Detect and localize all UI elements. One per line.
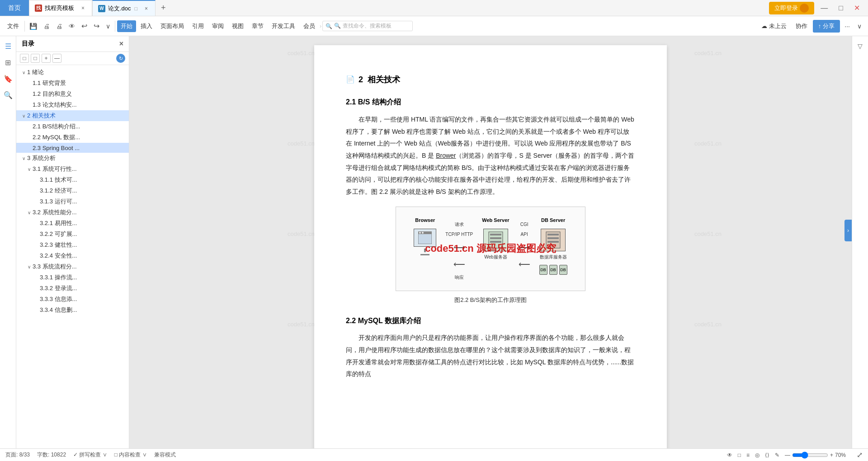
toc-item[interactable]: 1.1 研究背景	[16, 78, 129, 89]
toc-toggle-icon[interactable]	[33, 220, 40, 227]
tab-template-close[interactable]: ×	[80, 4, 86, 12]
toc-toggle-icon[interactable]	[33, 252, 40, 259]
toolbar-review[interactable]: 审阅	[208, 20, 227, 32]
toc-item[interactable]: 3.2.1 易用性...	[16, 218, 129, 229]
toolbar-redo[interactable]: ↪	[91, 20, 102, 32]
toc-toggle-icon[interactable]: ∨	[20, 155, 27, 162]
xml-mode-icon[interactable]: ⟨⟩	[765, 452, 769, 458]
toolbar-save[interactable]: 💾	[27, 21, 40, 32]
toc-item[interactable]: 3.2.4 安全性...	[16, 250, 129, 261]
toc-toggle-icon[interactable]	[33, 187, 40, 194]
toc-item[interactable]: 3.1.1 技术可...	[16, 174, 129, 185]
toc-toggle-icon[interactable]	[25, 90, 33, 98]
login-button[interactable]: 立即登录	[769, 2, 814, 14]
toc-item[interactable]: ∨3.3 系统流程分...	[16, 261, 129, 272]
sidebar-icon-nav[interactable]: ⊞	[2, 56, 14, 69]
toolbar-more-undo[interactable]: ∨	[103, 21, 113, 32]
web-mode-icon[interactable]: ◎	[755, 452, 760, 458]
tab-doc-close[interactable]: ×	[143, 5, 150, 13]
right-filter-icon[interactable]: ▽	[854, 40, 867, 52]
toc-toggle-icon[interactable]	[25, 144, 33, 151]
print-mode-icon[interactable]: □	[738, 452, 741, 458]
toolbar-print[interactable]: 🖨	[41, 21, 52, 32]
minimize-button[interactable]: —	[816, 2, 832, 14]
toc-ctrl-remove[interactable]: —	[52, 54, 61, 63]
toc-toggle-icon[interactable]	[33, 241, 40, 249]
toolbar-view[interactable]: 视图	[228, 20, 247, 32]
toc-item[interactable]: ∨3.2 系统性能分...	[16, 207, 129, 218]
toc-toggle-icon[interactable]: ∨	[20, 69, 27, 76]
toc-item[interactable]: 2.2 MySQL 数据...	[16, 132, 129, 143]
share-button[interactable]: ↑ 分享	[813, 20, 840, 33]
fullscreen-btn[interactable]: ⤢	[857, 451, 863, 459]
toc-toggle-icon[interactable]	[33, 285, 40, 292]
outline-icon[interactable]: ≡	[746, 452, 750, 458]
toolbar-file[interactable]: 文件	[4, 20, 23, 32]
toc-item[interactable]: ∨2 相关技术	[16, 110, 129, 121]
toc-item[interactable]: 3.2.2 可扩展...	[16, 229, 129, 240]
toc-item[interactable]: 3.3.4 信息删...	[16, 305, 129, 315]
toc-toggle-icon[interactable]	[33, 296, 40, 303]
toolbar-undo[interactable]: ↩	[79, 20, 90, 32]
zoom-in-btn[interactable]: +	[830, 452, 833, 458]
toolbar-insert[interactable]: 插入	[137, 20, 156, 32]
toc-sync-icon[interactable]: ↻	[116, 54, 125, 63]
annotate-icon[interactable]: ✎	[775, 452, 779, 458]
home-tab[interactable]: 首页	[0, 0, 29, 16]
restore-button[interactable]: □	[834, 2, 848, 14]
collab-button[interactable]: 协作	[792, 20, 811, 32]
toc-toggle-icon[interactable]	[25, 101, 33, 108]
spell-check[interactable]: ✓ 拼写检查 ∨	[73, 451, 107, 459]
sidebar-icon-search[interactable]: 🔍	[2, 89, 14, 101]
expand-button[interactable]: ›	[844, 220, 852, 241]
toc-item[interactable]: ∨1 绪论	[16, 67, 129, 78]
toc-item[interactable]: 3.1.3 运行可...	[16, 196, 129, 207]
toc-toggle-icon[interactable]: ∨	[25, 165, 33, 173]
toc-item[interactable]: 3.1.2 经济可...	[16, 185, 129, 196]
sidebar-icon-toc[interactable]: ☰	[2, 40, 14, 52]
toc-item[interactable]: 3.3.1 操作流...	[16, 272, 129, 283]
toc-item[interactable]: 2.3 Spring Boot ...	[16, 143, 129, 153]
toc-item[interactable]: ∨3 系统分析	[16, 153, 129, 164]
toc-item[interactable]: 3.3.2 登录流...	[16, 283, 129, 294]
toolbar-search[interactable]: 🔍 🔍 查找命令、搜索模板	[322, 21, 413, 31]
toolbar-print2[interactable]: 🖨	[53, 21, 65, 32]
sidebar-icon-bookmark[interactable]: 🔖	[2, 72, 14, 85]
toc-toggle-icon[interactable]: ∨	[20, 112, 27, 119]
toolbar-start[interactable]: 开始	[117, 20, 136, 32]
toc-ctrl-add[interactable]: +	[42, 54, 51, 63]
toc-toggle-icon[interactable]	[33, 198, 40, 205]
toc-toggle-icon[interactable]: ∨	[25, 263, 33, 270]
toc-scroll[interactable]: ∨1 绪论1.1 研究背景1.2 目的和意义1.3 论文结构安...∨2 相关技…	[16, 65, 129, 448]
toc-toggle-icon[interactable]	[33, 230, 40, 238]
toolbar-preview[interactable]: 👁	[66, 21, 78, 32]
toolbar-reference[interactable]: 引用	[189, 20, 208, 32]
toc-item[interactable]: 1.3 论文结构安...	[16, 99, 129, 110]
toc-toggle-icon[interactable]: ∨	[25, 209, 33, 216]
expand-toolbar[interactable]: ∨	[854, 21, 864, 32]
zoom-level[interactable]: 70%	[835, 452, 851, 458]
toc-close[interactable]: ×	[119, 40, 123, 48]
cloud-status[interactable]: ☁ 未上云	[758, 20, 790, 32]
toc-toggle-icon[interactable]	[25, 80, 33, 87]
content-check[interactable]: □ 内容检查 ∨	[114, 451, 147, 459]
toc-ctrl-expand-all[interactable]: □	[31, 54, 40, 63]
toc-toggle-icon[interactable]	[25, 134, 33, 141]
toc-item[interactable]: 1.2 目的和意义	[16, 89, 129, 99]
toolbar-chapter[interactable]: 章节	[248, 20, 267, 32]
doc-area[interactable]: code51.cn code51.cn code51.cn code51.cn …	[129, 36, 852, 448]
toc-toggle-icon[interactable]	[33, 274, 40, 281]
toc-item[interactable]: 2.1 B/S结构介绍...	[16, 121, 129, 132]
toc-item[interactable]: 3.3.3 信息添...	[16, 294, 129, 305]
tab-doc[interactable]: W 论文.doc □ ×	[92, 0, 156, 16]
toc-toggle-icon[interactable]	[33, 306, 40, 314]
toolbar-member[interactable]: 会员	[300, 20, 319, 32]
tab-template[interactable]: 找 找程亮模板 ×	[29, 0, 92, 16]
zoom-slider[interactable]	[792, 452, 828, 459]
toolbar-page-layout[interactable]: 页面布局	[157, 20, 188, 32]
more-options[interactable]: ···	[842, 21, 853, 32]
toolbar-devtools[interactable]: 开发工具	[268, 20, 299, 32]
toc-item[interactable]: ∨3.1 系统可行性...	[16, 164, 129, 174]
zoom-out-btn[interactable]: —	[785, 452, 790, 458]
tab-add-button[interactable]: +	[156, 3, 171, 13]
